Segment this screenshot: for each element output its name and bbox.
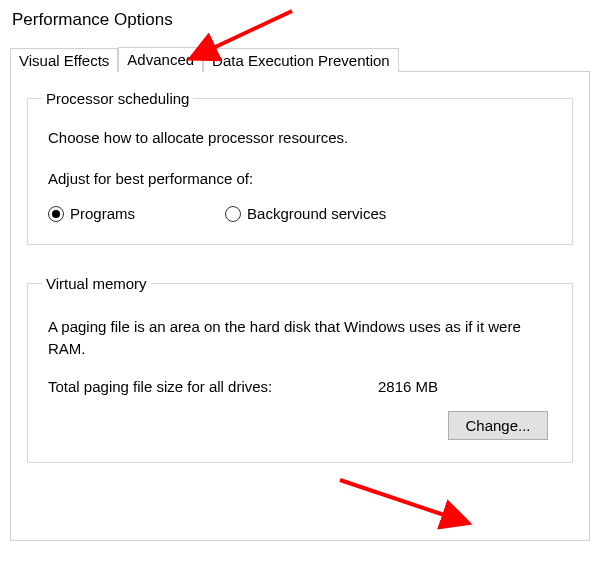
tab-dep[interactable]: Data Execution Prevention <box>203 48 399 72</box>
tab-visual-effects[interactable]: Visual Effects <box>10 48 118 72</box>
radio-icon <box>225 206 241 222</box>
window-title: Performance Options <box>0 0 600 36</box>
tab-container: Visual Effects Advanced Data Execution P… <box>10 46 590 541</box>
processor-desc: Choose how to allocate processor resourc… <box>48 129 558 146</box>
group-legend-processor: Processor scheduling <box>42 90 193 107</box>
radio-background-services[interactable]: Background services <box>225 205 386 222</box>
vm-total-value: 2816 MB <box>378 378 438 395</box>
radio-programs[interactable]: Programs <box>48 205 135 222</box>
change-button[interactable]: Change... <box>448 411 548 440</box>
processor-subhead: Adjust for best performance of: <box>48 170 558 187</box>
tab-advanced[interactable]: Advanced <box>118 47 203 72</box>
group-processor-scheduling: Processor scheduling Choose how to alloc… <box>27 90 573 245</box>
vm-button-row: Change... <box>42 411 548 440</box>
radio-label: Programs <box>70 205 135 222</box>
group-legend-vm: Virtual memory <box>42 275 151 292</box>
vm-total-label: Total paging file size for all drives: <box>48 378 378 395</box>
processor-radio-group: Programs Background services <box>48 205 558 222</box>
tab-panel-advanced: Processor scheduling Choose how to alloc… <box>10 71 590 541</box>
vm-total-row: Total paging file size for all drives: 2… <box>48 378 552 395</box>
radio-icon <box>48 206 64 222</box>
tab-strip: Visual Effects Advanced Data Execution P… <box>10 46 590 71</box>
vm-desc: A paging file is an area on the hard dis… <box>48 316 552 360</box>
group-virtual-memory: Virtual memory A paging file is an area … <box>27 275 573 463</box>
radio-label: Background services <box>247 205 386 222</box>
